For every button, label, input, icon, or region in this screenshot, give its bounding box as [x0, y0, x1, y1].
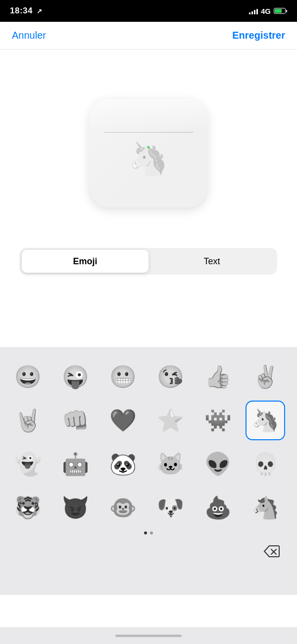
status-bar: 18:34 ↗ 4G — [0, 0, 297, 22]
emoji-cell-horse[interactable]: 🐴 — [246, 488, 285, 527]
cancel-button[interactable]: Annuler — [12, 30, 46, 41]
case-lid-line — [103, 132, 194, 133]
emoji-cell-victory-hand[interactable]: ✌️ — [246, 357, 285, 397]
dot-1 — [144, 531, 147, 534]
emoji-cell-panda[interactable]: 🐼 — [103, 444, 143, 484]
emoji-cell-star[interactable]: ⭐ — [150, 401, 190, 440]
emoji-cell-kissing-heart[interactable]: 😘 — [150, 357, 190, 397]
emoji-icon-alien: 👽 — [204, 453, 232, 475]
airpods-container: 🦄 — [0, 59, 297, 248]
signal-bar-4 — [256, 9, 258, 14]
emoji-cell-alien-monster[interactable]: 👾 — [198, 401, 238, 440]
emoji-icon-dog: 🐶 — [157, 497, 184, 519]
case-dot — [148, 146, 150, 148]
emoji-icon-grimacing-face: 😬 — [109, 366, 137, 388]
emoji-cell-sign-of-horns[interactable]: 🤘 — [8, 401, 48, 440]
emoji-icon-winking-face-tongue: 😜 — [62, 366, 89, 388]
home-bar — [115, 635, 182, 637]
pagination-dots — [8, 527, 289, 536]
signal-bar-3 — [254, 10, 255, 14]
dot-2 — [150, 531, 153, 534]
emoji-icon-star: ⭐ — [157, 410, 184, 431]
emoji-cell-winking-face-tongue[interactable]: 😜 — [55, 357, 95, 397]
backspace-icon — [263, 545, 280, 558]
emoji-cell-skull[interactable]: 💀 — [246, 444, 285, 484]
emoji-cell-heart[interactable]: ❤️ — [103, 401, 143, 440]
emoji-icon-thumbs-up: 👍 — [204, 366, 232, 388]
status-right: 4G — [249, 7, 287, 15]
emoji-icon-panda: 🐼 — [109, 453, 137, 475]
signal-bars — [249, 7, 258, 14]
emoji-cell-grinning-face[interactable]: 😀 — [8, 357, 48, 397]
emoji-cell-cat[interactable]: 🐱 — [150, 444, 190, 484]
emoji-cell-tiger[interactable]: 🐯 — [8, 488, 48, 527]
emoji-cell-smiling-devil[interactable]: 😈 — [55, 488, 95, 527]
emoji-icon-monkey-face: 🐵 — [109, 497, 137, 519]
tab-text[interactable]: Text — [148, 250, 275, 273]
nav-bar: Annuler Enregistrer — [0, 22, 297, 50]
backspace-row — [8, 536, 289, 561]
home-indicator — [0, 627, 297, 644]
emoji-cell-oncoming-fist[interactable]: 👊 — [55, 401, 95, 440]
emoji-icon-oncoming-fist: 👊 — [62, 410, 89, 431]
emoji-icon-skull: 💀 — [252, 453, 279, 475]
emoji-cell-robot[interactable]: 🤖 — [55, 444, 95, 484]
emoji-icon-unicorn: 🦄 — [252, 410, 279, 431]
emoji-cell-thumbs-up[interactable]: 👍 — [198, 357, 238, 397]
emoji-icon-victory-hand: ✌️ — [252, 366, 279, 388]
emoji-icon-pile-of-poo: 💩 — [204, 497, 232, 519]
emoji-icon-heart: ❤️ — [109, 410, 137, 431]
emoji-icon-kissing-heart: 😘 — [157, 366, 184, 388]
signal-bar-1 — [249, 12, 250, 14]
location-icon: ↗ — [37, 7, 42, 15]
tab-toggle: Emoji Text — [20, 248, 277, 275]
emoji-grid: 😀😜😬😘👍✌️🤘👊❤️⭐👾🦄👻🤖🐼🐱👽💀🐯😈🐵🐶💩🐴 — [8, 357, 289, 527]
emoji-icon-cat: 🐱 — [157, 453, 184, 475]
time-label: 18:34 — [10, 6, 33, 16]
emoji-cell-grimacing-face[interactable]: 😬 — [103, 357, 143, 397]
emoji-icon-robot: 🤖 — [62, 453, 89, 475]
backspace-button[interactable] — [258, 541, 285, 561]
emoji-cell-monkey-face[interactable]: 🐵 — [103, 488, 143, 527]
tab-emoji[interactable]: Emoji — [22, 250, 148, 273]
emoji-grid-area: 😀😜😬😘👍✌️🤘👊❤️⭐👾🦄👻🤖🐼🐱👽💀🐯😈🐵🐶💩🐴 — [0, 347, 297, 595]
signal-bar-2 — [251, 11, 253, 14]
emoji-cell-ghost[interactable]: 👻 — [8, 444, 48, 484]
emoji-icon-ghost: 👻 — [14, 453, 42, 475]
emoji-icon-grinning-face: 😀 — [14, 366, 42, 388]
emoji-icon-alien-monster: 👾 — [204, 410, 232, 431]
emoji-cell-pile-of-poo[interactable]: 💩 — [198, 488, 238, 527]
main-content: 🦄 Emoji Text — [0, 50, 297, 347]
emoji-icon-tiger: 🐯 — [14, 497, 42, 519]
save-button[interactable]: Enregistrer — [232, 30, 285, 41]
status-left: 18:34 ↗ — [10, 6, 42, 16]
emoji-icon-horse: 🐴 — [252, 497, 279, 519]
airpods-case: 🦄 — [89, 99, 208, 208]
emoji-cell-alien[interactable]: 👽 — [198, 444, 238, 484]
emoji-icon-smiling-devil: 😈 — [62, 497, 89, 519]
network-label: 4G — [261, 7, 271, 15]
emoji-cell-unicorn[interactable]: 🦄 — [246, 401, 285, 440]
emoji-icon-sign-of-horns: 🤘 — [14, 410, 42, 431]
battery-icon — [274, 8, 287, 14]
emoji-cell-dog[interactable]: 🐶 — [150, 488, 190, 527]
